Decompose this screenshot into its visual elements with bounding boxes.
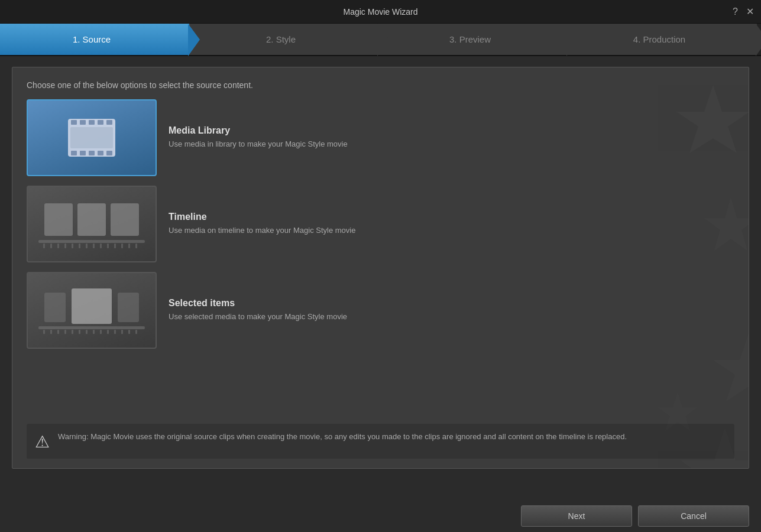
warning-icon: ⚠ (35, 432, 50, 452)
warning-area: ⚠ Warning: Magic Movie uses the original… (27, 424, 734, 459)
svg-rect-22 (50, 244, 52, 248)
help-button[interactable]: ? (733, 7, 738, 17)
svg-rect-49 (114, 330, 116, 334)
selected-items-thumbnail (27, 272, 157, 349)
film-strip-icon (62, 114, 121, 161)
svg-rect-19 (111, 203, 139, 236)
svg-rect-40 (50, 330, 52, 334)
svg-rect-23 (57, 244, 59, 248)
title-bar: Magic Movie Wizard ? ✕ (0, 0, 761, 24)
svg-rect-45 (86, 330, 88, 334)
step-style[interactable]: 2. Style (189, 24, 378, 55)
media-library-info: Media Library Use media in library to ma… (169, 125, 734, 150)
svg-rect-27 (86, 244, 88, 248)
svg-rect-28 (93, 244, 95, 248)
options-list: Media Library Use media in library to ma… (12, 99, 749, 349)
svg-rect-42 (64, 330, 66, 334)
selected-items-desc: Use selected media to make your Magic St… (169, 312, 734, 322)
instruction-text: Choose one of the below options to selec… (12, 67, 749, 99)
svg-rect-38 (38, 326, 145, 329)
svg-rect-31 (114, 244, 116, 248)
media-library-title: Media Library (169, 125, 734, 136)
svg-rect-15 (106, 151, 112, 155)
option-media-library[interactable]: Media Library Use media in library to ma… (27, 99, 734, 176)
svg-rect-10 (106, 120, 112, 125)
bottom-bar: Next Cancel (0, 499, 761, 532)
svg-rect-8 (89, 120, 95, 125)
main-content: Choose one of the below options to selec… (12, 67, 749, 469)
svg-rect-17 (44, 203, 73, 236)
svg-rect-7 (80, 120, 86, 125)
title-bar-controls: ? ✕ (733, 7, 754, 17)
svg-rect-41 (57, 330, 59, 334)
timeline-title: Timeline (169, 212, 734, 222)
step-preview-label: 3. Preview (449, 34, 491, 44)
timeline-icon (33, 192, 151, 257)
svg-rect-37 (118, 293, 139, 322)
svg-rect-11 (71, 151, 77, 155)
window-title: Magic Movie Wizard (343, 7, 417, 17)
svg-rect-30 (107, 244, 109, 248)
step-source[interactable]: 1. Source (0, 24, 189, 55)
selected-items-title: Selected items (169, 298, 734, 309)
option-timeline[interactable]: Timeline Use media on timeline to make y… (27, 186, 734, 262)
svg-rect-20 (38, 240, 145, 243)
next-button[interactable]: Next (521, 505, 632, 527)
media-library-thumbnail (27, 99, 157, 176)
svg-rect-32 (121, 244, 123, 248)
warning-text: Warning: Magic Movie uses the original s… (58, 431, 627, 443)
svg-rect-6 (71, 120, 77, 125)
svg-rect-51 (128, 330, 130, 334)
svg-rect-13 (89, 151, 95, 155)
svg-rect-46 (93, 330, 95, 334)
option-selected-items[interactable]: Selected items Use selected media to mak… (27, 272, 734, 349)
svg-rect-52 (135, 330, 137, 334)
svg-rect-25 (72, 244, 73, 248)
step-preview[interactable]: 3. Preview (378, 24, 568, 55)
selected-items-icon (33, 278, 151, 343)
svg-rect-26 (79, 244, 80, 248)
svg-rect-47 (100, 330, 102, 334)
timeline-info: Timeline Use media on timeline to make y… (169, 212, 734, 236)
svg-rect-48 (107, 330, 109, 334)
svg-rect-12 (80, 151, 86, 155)
svg-rect-29 (100, 244, 102, 248)
selected-items-info: Selected items Use selected media to mak… (169, 298, 734, 322)
svg-rect-16 (70, 127, 113, 148)
svg-rect-36 (72, 288, 112, 324)
svg-rect-39 (43, 330, 45, 334)
svg-rect-14 (98, 151, 103, 155)
timeline-desc: Use media on timeline to make your Magic… (169, 225, 734, 236)
svg-rect-44 (79, 330, 80, 334)
close-button[interactable]: ✕ (746, 7, 754, 17)
step-production[interactable]: 4. Production (568, 24, 757, 55)
svg-rect-18 (77, 203, 106, 236)
svg-rect-35 (44, 293, 66, 322)
svg-rect-50 (121, 330, 123, 334)
step-style-label: 2. Style (266, 34, 296, 44)
step-production-label: 4. Production (633, 34, 685, 44)
svg-rect-24 (64, 244, 66, 248)
step-source-label: 1. Source (73, 34, 111, 44)
media-library-desc: Use media in library to make your Magic … (169, 139, 734, 150)
svg-rect-33 (128, 244, 130, 248)
svg-rect-43 (72, 330, 73, 334)
steps-bar: 1. Source 2. Style 3. Preview 4. Product… (0, 24, 761, 56)
timeline-thumbnail (27, 186, 157, 262)
svg-rect-9 (98, 120, 103, 125)
cancel-button[interactable]: Cancel (638, 505, 749, 527)
svg-rect-34 (135, 244, 137, 248)
svg-rect-21 (43, 244, 45, 248)
